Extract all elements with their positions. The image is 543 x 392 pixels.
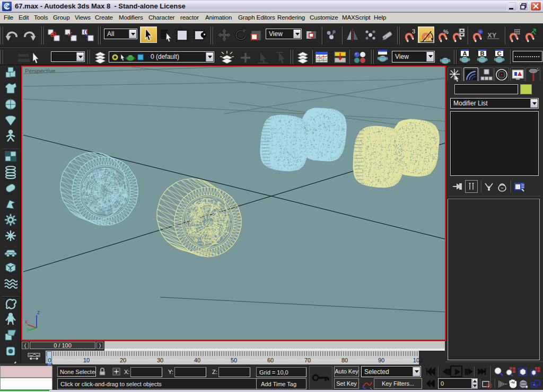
svg-text:B: B — [480, 50, 485, 57]
svg-text:XY: XY — [487, 31, 497, 39]
svg-text:z: z — [37, 309, 40, 315]
svg-text:%: % — [443, 29, 449, 35]
svg-text:3: 3 — [412, 28, 415, 34]
svg-text:C: C — [497, 50, 502, 57]
svg-text:A: A — [463, 50, 467, 57]
svg-text:y: y — [27, 326, 29, 332]
svg-text:x: x — [25, 319, 28, 325]
